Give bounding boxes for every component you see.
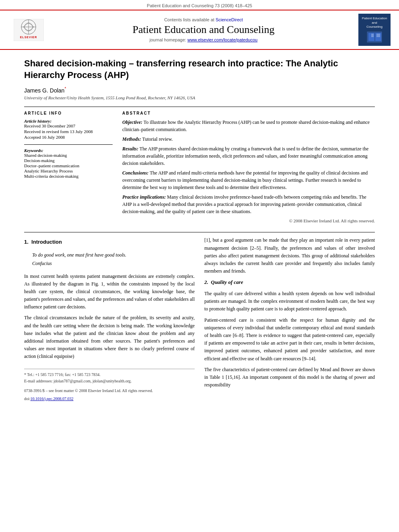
abstract-objective: Objective: To illustrate how the Analyti…: [122, 119, 375, 133]
doi-line: doi:10.1016/j.pec.2008.07.032: [24, 396, 195, 402]
elsevier-tree-icon: ELSEVIER: [14, 19, 44, 41]
svg-text:ELSEVIER: ELSEVIER: [20, 36, 37, 39]
results-label: Results:: [122, 146, 138, 152]
keywords-block: Keywords: Shared decision-making Decisio…: [24, 148, 113, 179]
revised-date: Received in revised form 13 July 2008: [24, 129, 113, 134]
section1-number: 1.: [24, 239, 29, 245]
body-right-column: [1], but a good argument can be made tha…: [204, 236, 375, 402]
right-para2: The quality of care delivered within a h…: [204, 290, 375, 313]
conclusions-text: The AHP and related multi-criteria metho…: [122, 170, 368, 190]
journal-center: Contents lists available at ScienceDirec…: [51, 17, 356, 42]
divider-3: [24, 232, 375, 232]
doi-link[interactable]: 10.1016/j.pec.2008.07.032: [31, 396, 74, 401]
right-para3: Patient-centered care is consistent with…: [204, 316, 375, 363]
received-date: Received 30 December 2007: [24, 123, 113, 128]
accepted-date: Accepted 16 July 2008: [24, 135, 113, 140]
footnote-email-text: E-mail addresses: jdolan787@gmail.com, j…: [24, 379, 132, 383]
footnote-area: * Tel.: +1 585 723 7716; fax: +1 585 723…: [24, 369, 195, 402]
objective-text: To illustrate how the Analytic Hierarchy…: [122, 119, 370, 132]
body-para2: The clinical circumstances include the n…: [24, 314, 195, 360]
citation-bar: Patient Education and Counseling 73 (200…: [0, 0, 399, 10]
right-logo-text: Patient Education and Counseling: [362, 16, 387, 29]
right-logo-line3: Counseling: [362, 25, 387, 29]
abstract-results: Results: The AHP promotes shared decisio…: [122, 145, 375, 167]
article-info-column: ARTICLE INFO Article history: Received 3…: [24, 111, 113, 224]
divider-1: [24, 107, 375, 107]
journal-header: ELSEVIER Contents lists available at Sci…: [0, 10, 399, 50]
abstract-conclusions: Conclusions: The AHP and related multi-c…: [122, 169, 375, 191]
divider-2: [24, 144, 113, 145]
right-logo-box: Patient Education and Counseling: [358, 14, 391, 46]
abstract-block: Objective: To illustrate how the Analyti…: [122, 119, 375, 224]
section1-title: 1. Introduction: [24, 238, 195, 246]
results-text: The AHP promotes shared decision-making …: [122, 146, 368, 166]
methods-label: Methods:: [122, 136, 141, 142]
citation-text: Patient Education and Counseling 73 (200…: [147, 3, 252, 8]
article-content: Shared decision-making – transferring re…: [0, 50, 399, 410]
keyword-1: Shared decision-making: [24, 153, 113, 158]
right-logo-icon: [366, 31, 383, 43]
footnote-tel: * Tel.: +1 585 723 7716; fax: +1 585 723…: [24, 372, 195, 378]
copyright-line: © 2008 Elsevier Ireland Ltd. All rights …: [122, 218, 375, 224]
keyword-3: Doctor–patient communication: [24, 163, 113, 168]
author-asterisk: *: [64, 86, 66, 91]
homepage-label: journal homepage:: [150, 37, 186, 42]
keyword-4: Analytic Hierarchy Process: [24, 168, 113, 173]
affiliation: University of Rochester/Unity Health Sys…: [24, 95, 375, 100]
right-logo-line1: Patient Education: [362, 16, 387, 21]
footnote-email: E-mail addresses: jdolan787@gmail.com, j…: [24, 378, 195, 384]
section2-title: 2. Quality of care: [204, 278, 375, 287]
quote-attribution: Confucius: [32, 260, 187, 267]
abstract-methods: Methods: Tutorial review.: [122, 136, 375, 143]
keyword-5: Multi-criteria decision-making: [24, 174, 113, 179]
sciencedirect-link[interactable]: ScienceDirect: [216, 17, 243, 22]
keyword-2: Decision-making: [24, 158, 113, 163]
section2-title-text: Quality of care: [211, 279, 243, 285]
article-history-block: Article history: Received 30 December 20…: [24, 119, 113, 140]
article-info-heading: ARTICLE INFO: [24, 111, 113, 115]
info-abstract-section: ARTICLE INFO Article history: Received 3…: [24, 111, 375, 224]
practice-label: Practice implications:: [122, 194, 166, 200]
quote-block: To do good work, one must first have goo…: [32, 251, 187, 267]
elsevier-logo: ELSEVIER: [6, 19, 51, 41]
article-title: Shared decision-making – transferring re…: [24, 58, 375, 81]
contents-text: Contents lists available at: [164, 17, 214, 22]
body-left-column: 1. Introduction To do good work, one mus…: [24, 236, 195, 402]
right-para4: The five characteristics of patient-cent…: [204, 366, 375, 389]
journal-right-logo-container: Patient Education and Counseling: [356, 14, 393, 46]
journal-title: Patient Education and Counseling: [51, 24, 356, 36]
issn-text: 0738-3991/$ – see front matter © 2008 El…: [24, 388, 153, 393]
history-label: Article history:: [24, 119, 113, 123]
abstract-heading: ABSTRACT: [122, 111, 375, 115]
objective-label: Objective:: [122, 119, 142, 125]
body-section: 1. Introduction To do good work, one mus…: [24, 236, 375, 402]
keywords-label: Keywords:: [24, 148, 113, 153]
quote-text: To do good work, one must first have goo…: [32, 251, 187, 259]
contents-line: Contents lists available at ScienceDirec…: [51, 17, 356, 22]
section2-number: 2.: [204, 279, 208, 285]
right-para1: [1], but a good argument can be made tha…: [204, 236, 375, 275]
body-para1: In most current health systems patient m…: [24, 273, 195, 311]
author-name-text: James G. Dolan: [24, 87, 64, 94]
abstract-column: ABSTRACT Objective: To illustrate how th…: [122, 111, 375, 224]
author-name: James G. Dolan*: [24, 86, 375, 94]
journal-homepage: journal homepage: www.elsevier.com/locat…: [51, 37, 356, 42]
doi-label: doi:: [24, 396, 31, 401]
abstract-practice: Practice implications: Many clinical dec…: [122, 193, 375, 215]
issn-line: 0738-3991/$ – see front matter © 2008 El…: [24, 388, 195, 394]
homepage-url[interactable]: www.elsevier.com/locate/pateducou: [187, 37, 257, 42]
conclusions-label: Conclusions:: [122, 170, 148, 176]
section1-title-text: Introduction: [31, 239, 62, 245]
methods-text: Tutorial review.: [142, 136, 173, 142]
right-logo-line2: and: [362, 21, 387, 25]
